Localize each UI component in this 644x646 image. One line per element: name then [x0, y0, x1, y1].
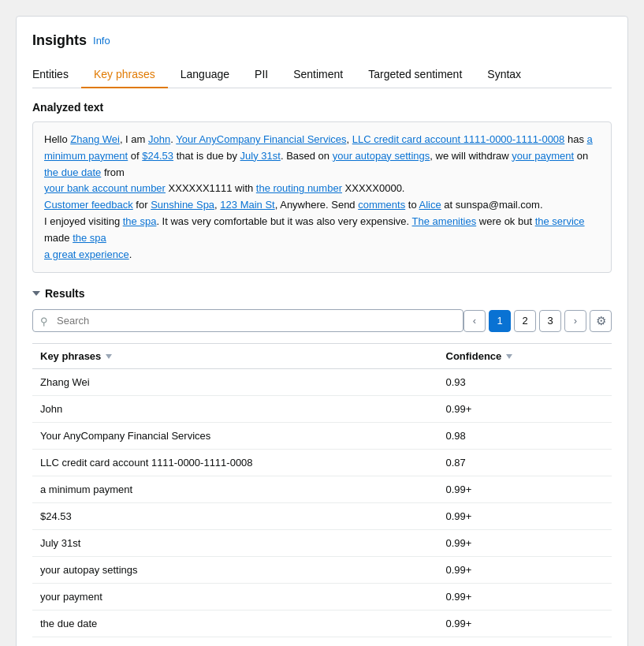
search-row: ⚲ ‹ 1 2 3 › ⚙	[32, 309, 612, 332]
table-row: your autopay settings 0.99+	[32, 557, 612, 584]
next-page-button[interactable]: ›	[564, 310, 586, 332]
confidence-cell: 0.99+	[438, 584, 612, 611]
table-row: a minimum payment 0.99+	[32, 476, 612, 503]
results-header[interactable]: Results	[32, 287, 612, 300]
table-row: Zhang Wei 0.93	[32, 369, 612, 396]
settings-button[interactable]: ⚙	[590, 310, 612, 332]
phrase-cell: Your AnyCompany Financial Services	[32, 423, 438, 450]
table-row: Your AnyCompany Financial Services 0.98	[32, 423, 612, 450]
table-body: Zhang Wei 0.93 John 0.99+ Your AnyCompan…	[32, 369, 612, 637]
tab-pii[interactable]: PII	[242, 62, 281, 88]
confidence-cell: 0.99+	[438, 557, 612, 584]
highlight-routing[interactable]: the routing number	[256, 182, 342, 194]
table-row: your payment 0.99+	[32, 584, 612, 611]
col-confidence: Confidence	[438, 344, 612, 369]
table-row: LLC credit card account 1111-0000-1111-0…	[32, 450, 612, 476]
table-header-row: Key phrases Confidence	[32, 344, 612, 369]
search-icon: ⚲	[40, 315, 48, 327]
phrase-cell: Zhang Wei	[32, 369, 438, 396]
highlight-john[interactable]: John	[148, 133, 170, 145]
collapse-icon	[32, 291, 40, 296]
confidence-cell: 0.99+	[438, 530, 612, 557]
tab-language[interactable]: Language	[168, 62, 242, 88]
table-row: $24.53 0.99+	[32, 503, 612, 530]
tab-key-phrases[interactable]: Key phrases	[81, 62, 168, 88]
highlight-bank-account[interactable]: your bank account number	[44, 182, 166, 194]
filter-confidence-icon[interactable]	[506, 354, 512, 359]
phrase-cell: LLC credit card account 1111-0000-1111-0…	[32, 450, 438, 476]
highlight-llc[interactable]: LLC credit card account 1111-0000-1111-0…	[352, 133, 565, 145]
highlight-comments[interactable]: comments	[358, 199, 405, 211]
confidence-cell: 0.98	[438, 423, 612, 450]
highlight-anycompany[interactable]: Your AnyCompany Financial Services	[176, 133, 346, 145]
confidence-cell: 0.99+	[438, 611, 612, 637]
page-1-button[interactable]: 1	[489, 310, 511, 332]
key-phrases-table: Key phrases Confidence Zhang Wei 0.93	[32, 343, 612, 637]
prev-page-button[interactable]: ‹	[463, 310, 486, 332]
phrase-cell: the due date	[32, 611, 438, 637]
analyzed-text-section: Analyzed text Hello Zhang Wei, I am John…	[32, 101, 612, 273]
search-wrap: ⚲	[32, 309, 463, 332]
info-link[interactable]: Info	[93, 35, 110, 47]
confidence-cell: 0.87	[438, 450, 612, 476]
page-title: Insights	[32, 32, 87, 49]
confidence-cell: 0.99+	[438, 503, 612, 530]
filter-phrases-icon[interactable]	[106, 354, 112, 359]
search-input[interactable]	[32, 309, 463, 332]
highlight-july[interactable]: July 31st	[240, 150, 281, 162]
confidence-cell: 0.99+	[438, 476, 612, 503]
phrase-cell: $24.53	[32, 503, 438, 530]
phrase-cell: John	[32, 396, 438, 423]
highlight-the-spa[interactable]: the spa	[123, 215, 157, 227]
phrase-cell: your autopay settings	[32, 557, 438, 584]
confidence-cell: 0.99+	[438, 396, 612, 423]
tab-targeted-sentiment[interactable]: Targeted sentiment	[356, 62, 475, 88]
table-row: John 0.99+	[32, 396, 612, 423]
pagination: ‹ 1 2 3 › ⚙	[463, 310, 612, 332]
results-section: Results ⚲ ‹ 1 2 3 › ⚙ Key phras	[32, 287, 612, 637]
highlight-zhang-wei[interactable]: Zhang Wei	[70, 133, 120, 145]
highlight-amenities[interactable]: The amenities	[412, 215, 477, 227]
insights-card: Insights Info Entities Key phrases Langu…	[16, 16, 628, 646]
highlight-alice[interactable]: Alice	[419, 199, 441, 211]
highlight-amount[interactable]: $24.53	[142, 150, 173, 162]
page-header: Insights Info	[32, 32, 612, 49]
highlight-sunshine-spa[interactable]: Sunshine Spa	[151, 199, 214, 211]
tab-entities[interactable]: Entities	[32, 62, 81, 88]
tab-sentiment[interactable]: Sentiment	[281, 62, 356, 88]
tab-syntax[interactable]: Syntax	[475, 62, 534, 88]
analyzed-text-label: Analyzed text	[32, 101, 612, 114]
highlight-customer-feedback[interactable]: Customer feedback	[44, 199, 133, 211]
confidence-cell: 0.93	[438, 369, 612, 396]
highlight-address[interactable]: 123 Main St	[220, 199, 274, 211]
highlight-autopay[interactable]: your autopay settings	[333, 150, 430, 162]
phrase-cell: July 31st	[32, 530, 438, 557]
page-2-button[interactable]: 2	[514, 310, 536, 332]
phrase-cell: your payment	[32, 584, 438, 611]
highlight-due-date[interactable]: the due date	[44, 166, 101, 178]
highlight-service[interactable]: the service	[535, 215, 585, 227]
highlight-spa2[interactable]: the spa	[73, 232, 106, 244]
phrase-cell: a minimum payment	[32, 476, 438, 503]
table-row: July 31st 0.99+	[32, 530, 612, 557]
tabs-bar: Entities Key phrases Language PII Sentim…	[32, 62, 612, 88]
results-label: Results	[45, 287, 85, 300]
page-3-button[interactable]: 3	[539, 310, 561, 332]
table-row: the due date 0.99+	[32, 611, 612, 637]
analyzed-text-content: Hello Zhang Wei, I am John. Your AnyComp…	[32, 121, 612, 273]
col-key-phrases: Key phrases	[32, 344, 438, 369]
highlight-payment[interactable]: your payment	[512, 150, 574, 162]
highlight-great-exp[interactable]: a great experience	[44, 248, 129, 260]
